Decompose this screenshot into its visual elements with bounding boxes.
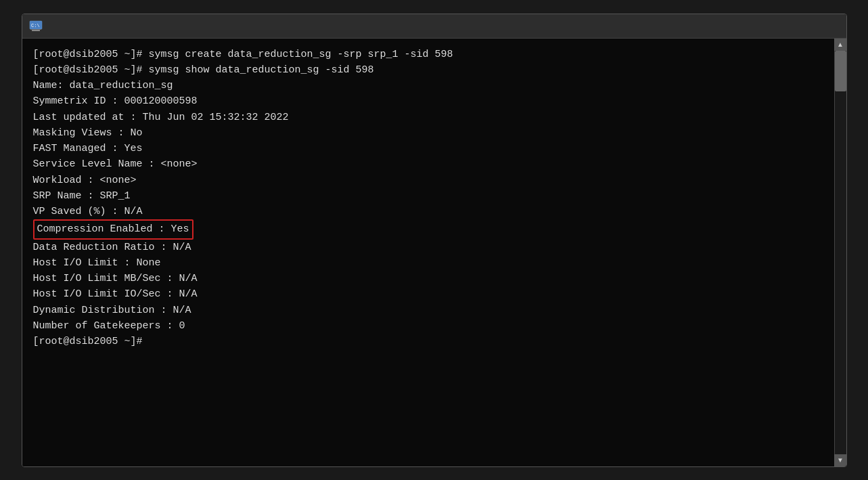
maximize-button[interactable] <box>796 18 815 33</box>
terminal-line-srp: SRP Name : SRP_1 <box>33 188 823 204</box>
svg-rect-2 <box>30 29 41 30</box>
terminal-window: C:\ [root@dsib2005 ~]# symsg create data… <box>22 14 847 467</box>
terminal-output[interactable]: [root@dsib2005 ~]# symsg create data_red… <box>22 39 834 466</box>
terminal-line-hiombs: Host I/O Limit MB/Sec : N/A <box>33 271 823 286</box>
terminal-line-name: Name: data_reduction_sg <box>33 78 823 93</box>
scroll-thumb[interactable] <box>835 51 846 91</box>
terminal-line-vp: VP Saved (%) : N/A <box>33 204 823 219</box>
scroll-up-arrow[interactable]: ▲ <box>834 39 846 51</box>
terminal-line-sln: Service Level Name : <none> <box>33 156 823 172</box>
terminal-line-lastupdate: Last updated at : Thu Jun 02 15:32:32 20… <box>33 110 823 125</box>
close-button[interactable] <box>821 18 840 33</box>
terminal-line-masking: Masking Views : No <box>33 125 823 141</box>
terminal-icon: C:\ <box>29 19 43 32</box>
scrollbar[interactable]: ▲ ▼ <box>834 39 846 466</box>
terminal-line-cmd2: [root@dsib2005 ~]# symsg show data_reduc… <box>33 62 823 78</box>
terminal-line-hioios: Host I/O Limit IO/Sec : N/A <box>33 286 823 302</box>
terminal-line-gk: Number of Gatekeepers : 0 <box>33 318 823 334</box>
content-area: [root@dsib2005 ~]# symsg create data_red… <box>22 39 846 466</box>
terminal-line-hiolimit: Host I/O Limit : None <box>33 255 823 271</box>
terminal-line-symid: Symmetrix ID : 000120000598 <box>33 93 823 109</box>
svg-rect-1 <box>32 30 40 31</box>
highlighted-compression-row: Compression Enabled : Yes <box>33 219 193 239</box>
terminal-line-workload: Workload : <none> <box>33 173 823 188</box>
window-controls <box>772 18 840 33</box>
terminal-line-fast: FAST Managed : Yes <box>33 141 823 156</box>
title-bar: C:\ <box>22 14 846 39</box>
terminal-line-drr: Data Reduction Ratio : N/A <box>33 240 823 255</box>
minimize-button[interactable] <box>772 18 791 33</box>
terminal-line-cmd1: [root@dsib2005 ~]# symsg create data_red… <box>33 47 823 62</box>
terminal-line-prompt: [root@dsib2005 ~]# <box>33 334 823 349</box>
scroll-track[interactable] <box>835 51 846 454</box>
terminal-line-compression: Compression Enabled : Yes <box>33 219 823 239</box>
svg-text:C:\: C:\ <box>31 23 40 28</box>
terminal-line-dd: Dynamic Distribution : N/A <box>33 303 823 318</box>
scroll-down-arrow[interactable]: ▼ <box>834 454 846 466</box>
